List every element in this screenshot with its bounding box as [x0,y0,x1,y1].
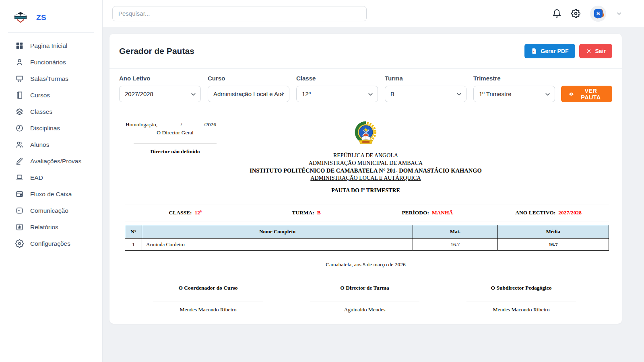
select-value: B [390,90,394,97]
sidebar-item-label: Funcionários [30,59,66,66]
info-value: MANHÃ [432,210,453,216]
gerar-pdf-label: Gerar PDF [541,48,568,54]
info-ano-lectivo: ANO LECTIVO:2027/2028 [488,210,609,216]
avatar[interactable]: S [590,6,606,22]
main-content: Gerador de Pautas Gerar PDF Sair Ano Let… [103,27,644,362]
sidebar-item-classes[interactable]: Classes [0,103,102,120]
wallet-icon [15,190,24,198]
info-turma: TURMA:B [246,210,367,216]
signature-subdirector: O Subdirector Pedagógico Mendes Macondo … [461,285,582,313]
chat-icon [15,206,24,215]
sidebar-item-configuracoes[interactable]: Configurações [0,235,102,252]
classe-select[interactable]: 12ª [296,86,378,102]
cell-mat: 16.7 [413,239,497,251]
sidebar-item-avaliacoes-provas[interactable]: Avaliações/Provas [0,153,102,169]
doc-date-line: Camabatela, aos 5 de março de 2026 [109,261,622,268]
signature-name: Aguinaldo Mendes [304,306,425,313]
notifications-button[interactable] [552,9,561,18]
sidebar-item-funcionarios[interactable]: Funcionários [0,54,102,70]
col-header-nome: Nome Completo [142,225,413,239]
info-value: B [317,210,321,216]
turma-select[interactable]: B [385,86,466,102]
signature-title: O Director de Turma [304,285,425,291]
col-header-mat: Mat. [413,225,497,239]
cell-nome: Arminda Cordeiro [142,239,413,251]
book-icon [15,91,24,99]
sidebar-item-label: Salas/Turmas [30,75,68,82]
signature-title: O Subdirector Pedagógico [461,285,582,291]
header-buttons: Gerar PDF Sair [524,44,612,58]
sidebar-item-label: Configurações [30,240,70,247]
chevron-down-icon [279,91,285,98]
bar-chart-icon [15,223,24,231]
field-label: Turma [385,75,466,82]
search-input[interactable] [112,6,367,21]
ver-pauta-button[interactable]: VER PAUTA [561,86,612,102]
field-label: Trimestre [473,75,555,82]
sidebar-item-relatorios[interactable]: Relatórios [0,219,102,235]
sidebar-item-label: Relatórios [30,224,58,231]
doc-institute-line: INSTITUTO POLITÉCNICO DE CAMABATELA N° 2… [109,167,622,175]
sidebar-item-disciplinas[interactable]: Disciplinas [0,120,102,136]
signature-name: Mendes Macondo Ribeiro [148,306,268,313]
sidebar-item-alunos[interactable]: Alunos [0,136,102,153]
ver-pauta-label: VER PAUTA [577,88,605,101]
school-crest-logo-icon [12,10,29,26]
signature-line [153,302,263,302]
sidebar-item-salas-turmas[interactable]: Salas/Turmas [0,70,102,87]
sidebar-divider [8,32,94,33]
signature-name: Mendes Macondo Ribeiro [461,306,582,313]
info-label: ANO LECTIVO: [515,210,555,216]
app-logo-text[interactable]: ZS [36,13,46,22]
sidebar-item-ead[interactable]: EAD [0,169,102,186]
sidebar-item-pagina-inicial[interactable]: Pagina Inicial [0,37,102,54]
chevron-down-icon [456,91,462,98]
doc-administration-line: ADMINISTRAÇÃO MUNICIPAL DE AMBACA [109,160,622,167]
homologacao-date-line: Homologação, ________/________/2026 [125,121,225,129]
sidebar-item-comunicacao[interactable]: Comunicação [0,202,102,219]
topbar-actions: S [552,6,622,22]
close-icon [586,48,592,54]
field-label: Classe [296,75,378,82]
sidebar-item-cursos[interactable]: Cursos [0,87,102,103]
ano-letivo-select[interactable]: 2027/2028 [119,86,201,102]
profile-menu-button[interactable] [616,10,622,17]
layers-icon [15,107,24,116]
sidebar-item-fluxo-de-caixa[interactable]: Fluxo de Caixa [0,186,102,202]
chevron-down-icon [190,91,197,98]
sair-button[interactable]: Sair [579,44,612,58]
panel-header: Gerador de Pautas Gerar PDF Sair [109,34,622,69]
bell-icon [552,9,561,18]
col-header-num: N° [125,225,142,239]
trimestre-select[interactable]: 1º Trimestre [473,86,555,102]
sidebar: ZS Pagina Inicial Funcionários Salas/Tur… [0,0,103,362]
signature-line [134,144,217,144]
info-value: 12ª [195,210,202,216]
field-curso: Curso Administração Local e Autá [208,75,289,102]
info-label: CLASSE: [169,210,192,216]
settings-button[interactable] [571,9,580,18]
chevron-down-icon [367,91,374,98]
field-classe: Classe 12ª [296,75,378,102]
curso-select[interactable]: Administração Local e Autá [208,86,289,102]
pauta-document: Homologação, ________/________/2026 O Di… [109,120,622,313]
info-value: 2027/2028 [558,210,582,216]
chevron-down-icon [616,10,622,17]
sidebar-item-label: Classes [30,108,52,115]
signature-director-turma: O Director de Turma Aguinaldo Mendes [304,285,425,313]
topbar: S [103,0,644,27]
chevron-down-icon [544,91,551,98]
gerar-pdf-button[interactable]: Gerar PDF [524,44,575,58]
field-turma: Turma B [385,75,466,102]
cell-num: 1 [125,239,142,251]
sidebar-logo-row[interactable]: ZS [0,0,102,32]
sidebar-item-label: Fluxo de Caixa [30,191,72,198]
sidebar-item-label: Disciplinas [30,125,60,132]
doc-info-row: CLASSE:12ª TURMA:B PERÍODO:MANHÃ ANO LEC… [125,204,609,222]
signatures-row: O Coordenador do Curso Mendes Macondo Ri… [148,285,582,313]
sidebar-nav: Pagina Inicial Funcionários Salas/Turmas… [0,37,102,252]
angola-emblem-icon [353,120,379,148]
doc-pauta-title: PAUTA DO Iº TRIMESTRE [109,187,622,194]
avatar-logo-letter: S [594,9,603,18]
eye-icon [569,91,574,97]
